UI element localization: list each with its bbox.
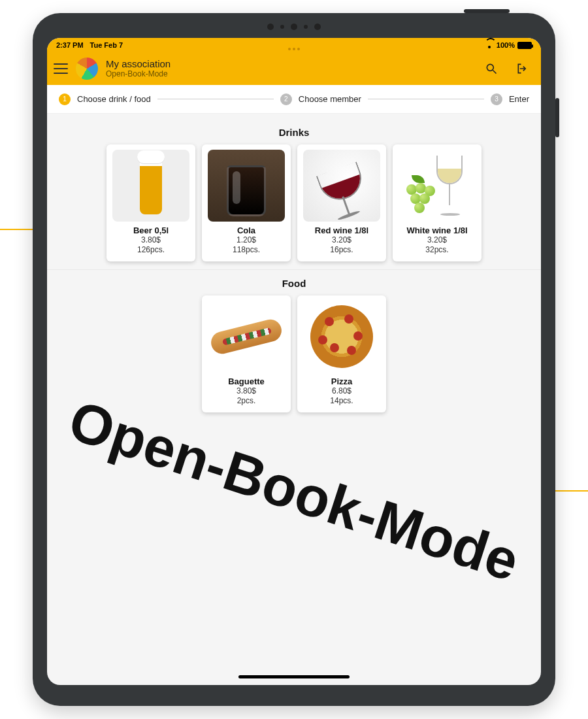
step-1-number[interactable]: 1 bbox=[59, 93, 71, 105]
battery-icon bbox=[517, 42, 532, 49]
product-price: 3.20$ bbox=[332, 235, 351, 245]
app-title: My association bbox=[106, 59, 171, 70]
product-name: Beer 0,5l bbox=[133, 226, 169, 235]
step-1-label: Choose drink / food bbox=[77, 94, 151, 104]
product-card-cola[interactable]: Cola 1.20$ 118pcs. bbox=[202, 144, 291, 261]
svg-line-1 bbox=[493, 71, 497, 74]
logout-icon bbox=[516, 62, 529, 75]
product-image-white-wine bbox=[399, 150, 476, 222]
product-card-red-wine[interactable]: Red wine 1/8l 3.20$ 16pcs. bbox=[297, 144, 386, 261]
product-stock: 126pcs. bbox=[137, 245, 165, 255]
product-image-red-wine bbox=[303, 150, 380, 222]
wifi-icon bbox=[485, 42, 494, 48]
product-price: 3.80$ bbox=[141, 235, 161, 245]
menu-button[interactable] bbox=[54, 63, 68, 74]
power-button bbox=[464, 9, 510, 13]
product-stock: 118pcs. bbox=[233, 245, 260, 255]
product-stock: 14pcs. bbox=[330, 396, 353, 406]
status-date: Tue Feb 7 bbox=[90, 41, 123, 49]
section-title-food: Food bbox=[54, 278, 534, 289]
step-2-number[interactable]: 2 bbox=[280, 93, 292, 105]
battery-percent: 100% bbox=[497, 41, 515, 49]
product-card-baguette[interactable]: Baguette 3.80$ 2pcs. bbox=[202, 295, 291, 412]
screen: 2:37 PM Tue Feb 7 100% My association Op… bbox=[47, 38, 541, 685]
step-divider bbox=[368, 99, 484, 99]
step-3-number[interactable]: 3 bbox=[491, 93, 502, 105]
product-stock: 16pcs. bbox=[330, 245, 353, 255]
search-button[interactable] bbox=[483, 61, 499, 76]
product-stock: 2pcs. bbox=[237, 396, 256, 406]
product-stock: 32pcs. bbox=[425, 245, 448, 255]
product-price: 3.20$ bbox=[427, 235, 447, 245]
camera-cluster bbox=[267, 24, 321, 30]
product-name: Red wine 1/8l bbox=[315, 226, 368, 235]
product-price: 3.80$ bbox=[237, 386, 256, 396]
step-divider bbox=[157, 99, 274, 99]
food-grid: Baguette 3.80$ 2pcs. bbox=[54, 295, 534, 412]
volume-button bbox=[555, 98, 559, 137]
product-name: Cola bbox=[237, 226, 255, 235]
drinks-grid: Beer 0,5l 3.80$ 126pcs. Cola 1.20$ 118pc… bbox=[54, 144, 534, 261]
product-image-baguette bbox=[208, 301, 285, 373]
product-card-beer[interactable]: Beer 0,5l 3.80$ 126pcs. bbox=[106, 144, 195, 261]
section-divider bbox=[47, 269, 541, 270]
home-indicator[interactable] bbox=[238, 675, 350, 678]
product-card-pizza[interactable]: Pizza 6.80$ 14pcs. bbox=[297, 295, 386, 412]
logout-button[interactable] bbox=[515, 61, 531, 76]
product-name: Pizza bbox=[331, 376, 353, 386]
product-image-pizza bbox=[303, 301, 380, 373]
app-bar: My association Open-Book-Mode bbox=[47, 52, 541, 85]
app-subtitle: Open-Book-Mode bbox=[106, 70, 171, 78]
step-2-label: Choose member bbox=[299, 94, 361, 104]
product-name: Baguette bbox=[228, 376, 265, 386]
section-title-drinks: Drinks bbox=[54, 127, 534, 138]
stepper: 1 Choose drink / food 2 Choose member 3 … bbox=[47, 85, 541, 114]
product-name: White wine 1/8l bbox=[406, 226, 467, 235]
search-icon bbox=[485, 62, 498, 75]
step-3-label: Enter bbox=[509, 94, 529, 104]
product-image-beer bbox=[112, 150, 189, 222]
product-image-cola bbox=[208, 150, 285, 222]
svg-point-0 bbox=[487, 64, 493, 71]
tablet-frame: 2:37 PM Tue Feb 7 100% My association Op… bbox=[33, 13, 555, 706]
status-time: 2:37 PM bbox=[56, 41, 84, 49]
content-area: Drinks Beer 0,5l 3.80$ 126pcs. Cola 1.20… bbox=[47, 114, 541, 422]
association-avatar[interactable] bbox=[76, 58, 98, 80]
product-price: 6.80$ bbox=[332, 386, 351, 396]
product-card-white-wine[interactable]: White wine 1/8l 3.20$ 32pcs. bbox=[393, 144, 482, 261]
product-price: 1.20$ bbox=[237, 235, 256, 245]
